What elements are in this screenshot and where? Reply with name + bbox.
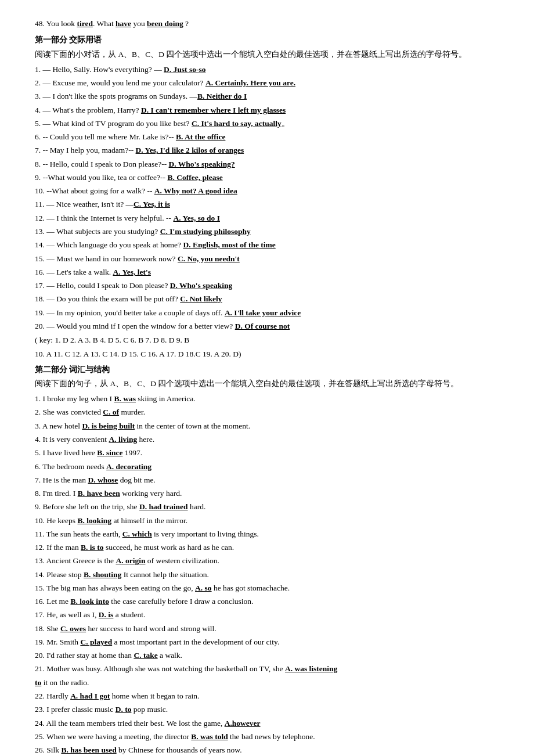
part1-item-5: 5. — What kind of TV program do you like…: [35, 117, 511, 130]
part1-item-6: 6. -- Could you tell me where Mr. Lake i…: [35, 131, 511, 143]
part2-item-9: 9. Before she left on the trip, she D. h…: [35, 501, 511, 513]
part1-item-13: 13. — What subjects are you studying? C.…: [35, 225, 511, 238]
part1-item-10: 10. --What about going for a walk? -- A.…: [35, 185, 511, 197]
part1-item-17: 17. — Hello, could I speak to Don please…: [35, 279, 511, 292]
part2-item-10: 10. He keeps B. looking at himself in th…: [35, 514, 511, 527]
part2-item-14: 14. Please stop B. shouting It cannot he…: [35, 568, 511, 581]
q48-blank3: been doing: [147, 19, 183, 28]
part2-item-22: 22. Hardly A. had I got home when it beg…: [35, 690, 511, 703]
part2-item-8: 8. I'm tired. I B. have been working ver…: [35, 487, 511, 500]
q48-blank2: have: [116, 19, 131, 28]
part1-item-20: 20. — Would you mind if I open the windo…: [35, 320, 511, 333]
part2-item-18: 18. She C. owes her success to hard word…: [35, 622, 511, 635]
top-question: 48. You look tired. What have you been d…: [35, 17, 511, 30]
part2-item-11: 11. The sun heats the earth, C. which is…: [35, 528, 511, 541]
part1-header: 第一部分 交际用语: [35, 34, 511, 46]
part2-item-12: 12. If the man B. is to succeed, he must…: [35, 541, 511, 554]
part1-item-19: 19. — In my opinion, you'd better take a…: [35, 307, 511, 319]
part1-keys-line2: 10. A 11. C 12. A 13. C 14. D 15. C 16. …: [35, 348, 511, 361]
part2-item-15: 15. The big man has always been eating o…: [35, 582, 511, 595]
part2-item-16: 16. Let me B. look into the case careful…: [35, 595, 511, 608]
part2-item-1: 1. I broke my leg when I B. was skiing i…: [35, 393, 511, 405]
part2-item-13: 13. Ancient Greece is the A. origin of w…: [35, 555, 511, 567]
part2-item-19: 19. Mr. Smith C. played a most important…: [35, 636, 511, 649]
part2-item-24: 24. All the team members tried their bes…: [35, 717, 511, 730]
q48-mid2: you: [131, 19, 147, 28]
q48-text: 48. You look: [35, 19, 77, 28]
part1-item-16: 16. — Let's take a walk. A. Yes, let's: [35, 266, 511, 279]
part2-item-6: 6. The bedroom needs A. decorating: [35, 460, 511, 473]
part2-instruction: 阅读下面的句子，从 A、B、C、D 四个选项中选出一个能填入空白处的最佳选项，并…: [35, 377, 511, 390]
part1-instruction: 阅读下面的小对话，从 A、B、C、D 四个选项中选出一个能填入空白处的最佳选项，…: [35, 48, 511, 61]
q48-end: ?: [183, 19, 189, 28]
part2-header: 第二部分 词汇与结构: [35, 363, 511, 376]
part1-item-12: 12. — I think the Internet is very helpf…: [35, 212, 511, 225]
part1-item-2: 2. — Excuse me, would you lend me your c…: [35, 77, 511, 89]
part2-item-3: 3. A new hotel D. is being built in the …: [35, 420, 511, 433]
part2-item-26: 26. Silk B. has been used by Chinese for…: [35, 744, 511, 756]
part1-item-14: 14. — Which language do you speak at hom…: [35, 239, 511, 251]
part2-item-5: 5. I have lived here B. since 1997.: [35, 447, 511, 459]
part1-item-18: 18. — Do you think the exam will be put …: [35, 293, 511, 305]
q48-blank1: tired: [77, 19, 93, 28]
part2-item-20: 20. I'd rather stay at home than C. take…: [35, 649, 511, 662]
part1-item-4: 4. — What's the problem, Harry? D. I can…: [35, 104, 511, 117]
part2-item-23: 23. I prefer classic music D. to pop mus…: [35, 703, 511, 716]
part1-item-8: 8. -- Hello, could I speak to Don please…: [35, 158, 511, 171]
part1-item-11: 11. — Nice weather, isn't it? —C. Yes, i…: [35, 198, 511, 211]
part1-item-9: 9. --What would you like, tea or coffee?…: [35, 171, 511, 184]
part2-item-21: 21. Mother was busy. Although she was no…: [35, 663, 511, 675]
part1-keys-line1: ( key: 1. D 2. A 3. B 4. D 5. C 6. B 7. …: [35, 334, 511, 347]
part1-item-15: 15. — Must we hand in our homework now? …: [35, 253, 511, 265]
part1-item-1: 1. — Hello, Sally. How's everything? — D…: [35, 63, 511, 76]
part2-item-21b: to it on the radio.: [35, 676, 511, 689]
part1-item-3: 3. — I don't like the spots programs on …: [35, 90, 511, 103]
part2-item-7: 7. He is the man D. whose dog bit me.: [35, 474, 511, 487]
part2-item-17: 17. He, as well as I, D. is a student.: [35, 609, 511, 621]
part1-item-7: 7. -- May I help you, madam?-- D. Yes, I…: [35, 144, 511, 157]
q48-mid: . What: [93, 19, 116, 28]
part2-item-4: 4. It is very convenient A. living here.: [35, 433, 511, 446]
part2-item-2: 2. She was convicted C. of murder.: [35, 406, 511, 419]
part2-item-25: 25. When we were having a meeting, the d…: [35, 730, 511, 743]
